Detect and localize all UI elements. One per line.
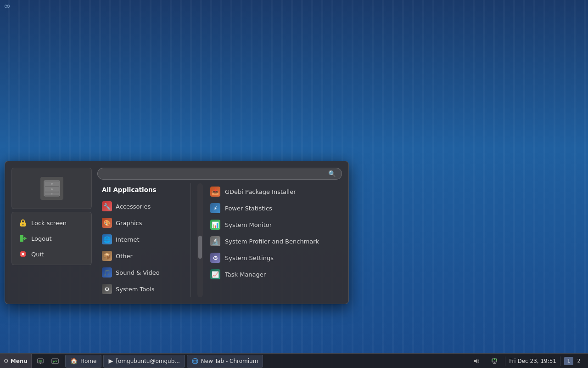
home-window-label: Home: [80, 358, 96, 364]
left-actions: Lock screen Logout Qui: [11, 212, 92, 265]
taskbar-home-window[interactable]: 🏠 Home: [65, 355, 101, 368]
taskbar-menu-icon: ⚙: [4, 358, 9, 364]
internet-icon: 🌐: [102, 234, 112, 244]
scroll-thumb: [198, 236, 202, 259]
search-input[interactable]: [103, 170, 325, 177]
app-system-settings[interactable]: ⚙ System Settings: [206, 249, 342, 266]
app-gdebi[interactable]: 📥 GDebi Package Installer: [206, 183, 342, 200]
accessories-icon: 🔧: [102, 201, 112, 211]
volume-icon: [473, 357, 481, 365]
browser-icon: [192, 358, 198, 364]
taskbar-sep-2: [505, 357, 505, 366]
system-tools-label: System Tools: [116, 286, 155, 293]
svg-point-20: [192, 358, 198, 364]
accessories-label: Accessories: [116, 203, 151, 210]
taskbar-applet-1[interactable]: [34, 355, 47, 368]
terminal-icon: ▶: [108, 357, 113, 364]
power-statistics-label: Power Statistics: [225, 205, 272, 212]
internet-label: Internet: [116, 236, 140, 243]
column-divider: [190, 183, 191, 297]
category-sound-video[interactable]: 🎵 Sound & Video: [97, 264, 187, 281]
quit-label: Quit: [31, 251, 44, 258]
app-system-monitor[interactable]: 📊 System Monitor: [206, 216, 342, 233]
sound-video-icon: 🎵: [102, 267, 112, 277]
search-icon: 🔍: [328, 170, 336, 177]
category-other[interactable]: 📦 Other: [97, 248, 187, 264]
taskbar-right: Fri Dec 23, 19:51 1 2: [465, 354, 588, 368]
svg-point-9: [22, 224, 24, 226]
category-system-tools[interactable]: ⚙️ System Tools: [97, 281, 187, 297]
app-task-manager[interactable]: 📈 Task Manager: [206, 266, 342, 283]
infinity-icon: ∞: [4, 1, 11, 11]
lock-screen-label: Lock screen: [31, 220, 67, 226]
system-settings-label: System Settings: [225, 255, 274, 261]
left-panel: Lock screen Logout Qui: [11, 168, 92, 297]
browser-window-label: New Tab - Chromium: [201, 358, 258, 364]
lock-screen-button[interactable]: Lock screen: [12, 215, 91, 231]
system-tools-icon: ⚙️: [102, 284, 112, 294]
other-icon: 📦: [102, 251, 112, 261]
system-profiler-icon: 🔬: [210, 236, 220, 246]
user-avatar-icon: [40, 177, 63, 200]
category-internet[interactable]: 🌐 Internet: [97, 231, 187, 248]
taskbar-workspaces: 1 2: [564, 357, 583, 365]
system-settings-icon: ⚙: [210, 253, 220, 263]
task-manager-icon: 📈: [210, 269, 220, 279]
volume-button[interactable]: [470, 355, 484, 368]
taskbar-sep-3: [560, 357, 560, 366]
taskbar-browser-window[interactable]: New Tab - Chromium: [187, 355, 263, 368]
menu-popup: Lock screen Logout Qui: [5, 161, 349, 304]
svg-point-5: [51, 183, 53, 185]
svg-point-6: [51, 188, 53, 190]
top-bar: ∞: [0, 0, 588, 11]
gdebi-label: GDebi Package Installer: [225, 188, 296, 195]
workspace-1-button[interactable]: 1: [564, 357, 573, 365]
power-statistics-icon: ⚡: [210, 203, 220, 213]
content-area: All Applications 🔧 Accessories 🎨 Graphic…: [97, 183, 342, 297]
right-panel: 🔍 All Applications 🔧 Accessories 🎨 Graph…: [92, 168, 342, 297]
taskbar-terminal-window[interactable]: ▶ [omgubuntu@omgub...: [103, 355, 185, 368]
app-power-statistics[interactable]: ⚡ Power Statistics: [206, 200, 342, 216]
svg-rect-18: [39, 360, 42, 362]
categories-column: All Applications 🔧 Accessories 🎨 Graphic…: [97, 183, 187, 297]
taskbar-clock: Fri Dec 23, 19:51: [509, 358, 556, 364]
lock-icon: [18, 218, 28, 227]
taskbar-applets: [32, 354, 64, 368]
search-bar[interactable]: 🔍: [97, 168, 342, 180]
task-manager-label: Task Manager: [225, 271, 266, 278]
category-graphics[interactable]: 🎨 Graphics: [97, 215, 187, 231]
logout-button[interactable]: Logout: [12, 231, 91, 246]
all-applications-header: All Applications: [97, 183, 187, 198]
svg-rect-10: [20, 235, 23, 242]
logout-icon: [18, 234, 28, 243]
taskbar-applet-1-icon: [37, 357, 44, 365]
logout-label: Logout: [31, 235, 52, 242]
taskbar-applet-2[interactable]: [48, 355, 62, 368]
terminal-window-label: [omgubuntu@omgub...: [116, 358, 179, 364]
power-icon-button[interactable]: [487, 355, 501, 368]
graphics-icon: 🎨: [102, 218, 112, 228]
taskbar: ⚙ Menu 🏠 Home: [0, 353, 588, 368]
scrollbar[interactable]: [197, 183, 203, 297]
taskbar-menu-button[interactable]: ⚙ Menu: [0, 354, 32, 368]
system-profiler-label: System Profiler and Benchmark: [225, 238, 319, 245]
svg-rect-19: [52, 359, 58, 363]
gdebi-icon: 📥: [210, 187, 220, 197]
power-icon: [491, 357, 498, 365]
quit-button[interactable]: Quit: [12, 246, 91, 262]
system-monitor-icon: 📊: [210, 220, 220, 230]
apps-column: 📥 GDebi Package Installer ⚡ Power Statis…: [206, 183, 342, 297]
taskbar-menu-label: Menu: [11, 358, 28, 364]
app-system-profiler[interactable]: 🔬 System Profiler and Benchmark: [206, 233, 342, 249]
desktop: ∞: [0, 0, 588, 368]
sound-video-label: Sound & Video: [116, 269, 160, 276]
taskbar-applet-2-icon: [51, 357, 59, 365]
category-accessories[interactable]: 🔧 Accessories: [97, 198, 187, 215]
other-label: Other: [116, 253, 133, 260]
graphics-label: Graphics: [116, 220, 142, 226]
user-icon-area: [11, 168, 92, 209]
home-icon: 🏠: [70, 357, 78, 364]
svg-point-7: [51, 193, 52, 195]
workspace-2-button[interactable]: 2: [574, 357, 583, 365]
system-monitor-label: System Monitor: [225, 221, 272, 228]
